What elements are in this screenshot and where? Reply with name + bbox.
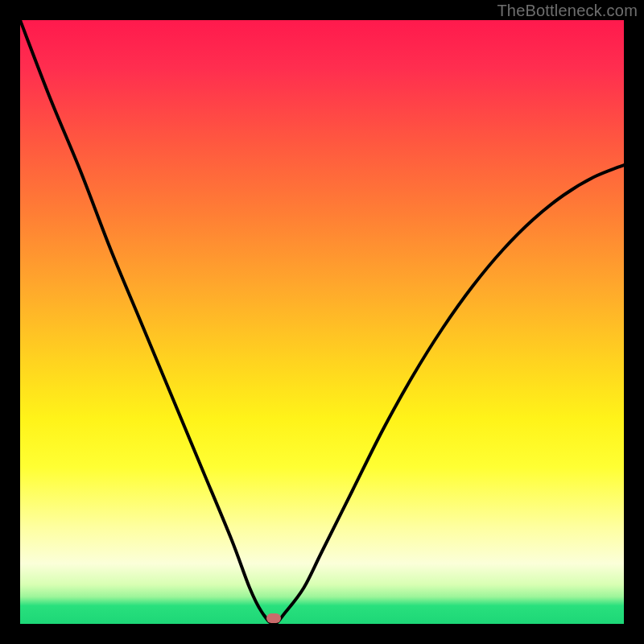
optimal-point-marker (266, 613, 281, 623)
plot-area (20, 20, 624, 624)
bottleneck-curve (20, 20, 624, 624)
watermark-text: TheBottleneck.com (497, 2, 638, 20)
chart-frame: TheBottleneck.com (0, 0, 644, 644)
